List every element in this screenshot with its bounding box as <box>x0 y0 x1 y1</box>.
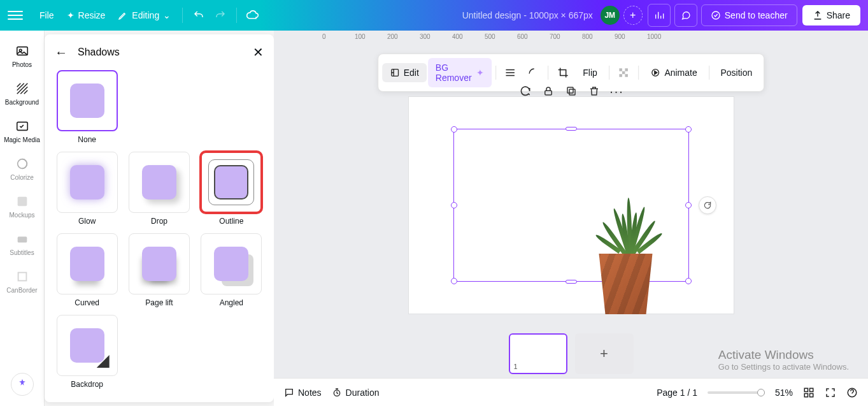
help-button[interactable] <box>846 387 858 398</box>
resize-handle[interactable] <box>451 278 457 284</box>
svg-rect-16 <box>569 89 575 95</box>
more-button[interactable]: ··· <box>609 83 625 99</box>
crop-icon <box>557 67 569 78</box>
clock-icon <box>332 388 342 398</box>
magic-media-icon <box>15 119 30 134</box>
shadow-option-backdrop[interactable] <box>57 315 118 376</box>
flip-button[interactable]: Flip <box>575 63 605 82</box>
back-button[interactable]: ← <box>55 45 68 60</box>
footer-bar: Notes Duration Page 1 / 1 51% <box>274 378 868 406</box>
mockups-icon <box>15 194 30 209</box>
page-thumbnail[interactable]: 1 <box>509 333 567 374</box>
comments-button[interactable] <box>674 4 697 27</box>
canvas-page[interactable] <box>409 97 734 314</box>
shadow-label: Glow <box>78 217 96 226</box>
shadow-option-curved[interactable] <box>57 233 118 294</box>
subtitles-icon <box>15 231 30 247</box>
nav-photos[interactable]: Photos <box>0 38 44 73</box>
avatar[interactable]: JM <box>601 6 620 25</box>
selection-box[interactable] <box>453 129 689 282</box>
left-nav: Photos Background Magic Media Colorize M… <box>0 31 45 406</box>
close-button[interactable]: ✕ <box>253 45 264 60</box>
shadow-option-glow[interactable] <box>57 152 118 213</box>
nav-canborder[interactable]: CanBorder <box>0 264 44 299</box>
duplicate-button[interactable] <box>563 83 580 99</box>
redo-button[interactable] <box>210 4 231 26</box>
top-bar: File ✦Resize Editing ⌄ Untitled design -… <box>0 0 868 31</box>
corner-button[interactable] <box>523 62 544 83</box>
upload-icon <box>813 10 823 20</box>
file-menu[interactable]: File <box>33 6 60 24</box>
notes-icon <box>284 388 294 398</box>
nav-background[interactable]: Background <box>0 76 44 111</box>
element-toolbar: ··· <box>517 83 625 99</box>
lines-icon <box>505 67 516 78</box>
resize-button[interactable]: ✦Resize <box>60 6 112 24</box>
svg-rect-17 <box>567 87 573 93</box>
lock-button[interactable] <box>540 83 557 99</box>
check-circle-icon <box>711 10 721 20</box>
share-button[interactable]: Share <box>802 5 860 25</box>
shadow-option-page-lift[interactable] <box>129 233 190 294</box>
resize-handle[interactable] <box>451 202 457 208</box>
shadow-option-outline[interactable] <box>201 152 262 213</box>
svg-rect-22 <box>810 393 813 396</box>
transparency-icon <box>618 67 630 78</box>
resize-handle[interactable] <box>685 278 692 284</box>
crop-button[interactable] <box>552 62 574 83</box>
regenerate-button[interactable] <box>517 83 534 99</box>
ruler-horizontal: 0 100 200 300 400 500 600 700 800 900 10… <box>290 31 868 46</box>
panel-title: Shadows <box>78 47 243 58</box>
shadow-label: Curved <box>75 298 99 307</box>
duration-button[interactable]: Duration <box>332 388 380 398</box>
zoom-slider[interactable] <box>708 391 765 394</box>
menu-icon[interactable] <box>8 8 23 23</box>
bg-remover-button[interactable]: BG Remover✦ <box>428 58 492 87</box>
fullscreen-button[interactable] <box>825 387 836 398</box>
svg-rect-15 <box>544 91 551 95</box>
nav-magic-media[interactable]: Magic Media <box>0 113 44 149</box>
resize-handle[interactable] <box>685 126 692 133</box>
notes-button[interactable]: Notes <box>284 388 322 398</box>
transparency-button[interactable] <box>613 62 635 83</box>
sparkle-icon: ✦ <box>476 68 484 78</box>
editing-dropdown[interactable]: Editing ⌄ <box>111 6 177 24</box>
resize-handle[interactable] <box>566 127 577 131</box>
nav-mockups[interactable]: Mockups <box>0 189 44 224</box>
document-title[interactable]: Untitled design - 1000px × 667px <box>462 10 593 20</box>
plant-image[interactable] <box>581 187 671 314</box>
animate-icon <box>650 68 660 78</box>
add-collaborator-button[interactable]: + <box>623 6 643 25</box>
resize-handle[interactable] <box>685 202 692 208</box>
svg-rect-5 <box>17 197 27 207</box>
photos-icon <box>15 43 30 59</box>
resize-handle[interactable] <box>451 126 457 133</box>
send-to-teacher-button[interactable]: Send to teacher <box>701 4 797 26</box>
shadow-option-drop[interactable] <box>129 152 190 213</box>
align-button[interactable] <box>500 62 522 83</box>
svg-rect-12 <box>620 74 623 77</box>
shadow-option-none[interactable] <box>57 70 118 131</box>
shadow-option-angled[interactable] <box>201 233 262 294</box>
nav-colorize[interactable]: Colorize <box>0 151 44 186</box>
rotate-handle[interactable] <box>699 196 716 214</box>
shadow-label: Page lift <box>145 298 173 307</box>
pencil-icon <box>118 10 128 20</box>
resize-handle[interactable] <box>566 280 577 284</box>
insights-button[interactable] <box>648 4 671 27</box>
position-button[interactable]: Position <box>713 63 760 82</box>
delete-button[interactable] <box>586 83 602 99</box>
grid-view-button[interactable] <box>803 387 815 398</box>
nav-subtitles[interactable]: Subtitles <box>0 226 44 261</box>
edit-button[interactable]: Edit <box>382 63 427 82</box>
animate-button[interactable]: Animate <box>643 63 704 82</box>
zoom-level[interactable]: 51% <box>775 388 793 398</box>
svg-rect-6 <box>17 236 27 242</box>
add-page-button[interactable]: + <box>575 333 634 374</box>
magic-button[interactable] <box>11 373 34 396</box>
shadow-label: Angled <box>220 298 243 307</box>
undo-button[interactable] <box>188 4 210 26</box>
shadows-panel: ← Shadows ✕ None Glow Drop Outline <box>45 34 274 402</box>
page-indicator: Page 1 / 1 <box>657 388 697 398</box>
cloud-sync-icon[interactable] <box>242 4 264 26</box>
